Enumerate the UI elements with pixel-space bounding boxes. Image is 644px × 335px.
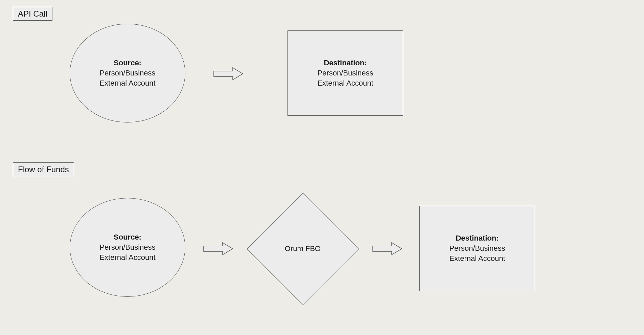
node-line: External Account [317, 79, 373, 87]
node-line: Orum FBO [285, 244, 321, 253]
node-flow-source: Source: Person/Business External Account [70, 198, 185, 297]
node-title: Source: [114, 233, 141, 241]
svg-marker-2 [373, 243, 402, 255]
section-label-flow-of-funds: Flow of Funds [13, 162, 74, 176]
arrow-icon [203, 242, 233, 255]
arrow-icon [213, 67, 244, 81]
node-api-destination-text: Destination: Person/Business External Ac… [317, 58, 373, 88]
node-line: Person/Business [99, 243, 155, 251]
node-line: Person/Business [317, 69, 373, 77]
node-line: External Account [99, 253, 155, 262]
node-flow-source-text: Source: Person/Business External Account [99, 232, 155, 262]
arrow-icon [372, 242, 402, 255]
svg-marker-0 [214, 68, 243, 80]
node-api-source: Source: Person/Business External Account [70, 24, 185, 122]
node-flow-destination-text: Destination: Person/Business External Ac… [449, 233, 505, 263]
node-api-source-text: Source: Person/Business External Account [99, 58, 155, 88]
node-line: Person/Business [99, 69, 155, 77]
node-line: External Account [449, 254, 505, 263]
node-title: Destination: [324, 59, 367, 67]
node-line: External Account [99, 79, 155, 87]
node-title: Destination: [456, 234, 499, 242]
node-flow-middle-text: Orum FBO [247, 193, 359, 305]
section-label-api-call: API Call [13, 7, 52, 21]
node-line: Person/Business [449, 244, 505, 252]
svg-marker-1 [204, 243, 233, 255]
node-title: Source: [114, 59, 141, 67]
node-api-destination: Destination: Person/Business External Ac… [288, 30, 403, 116]
node-flow-middle: Orum FBO [247, 193, 359, 305]
node-flow-destination: Destination: Person/Business External Ac… [419, 206, 535, 291]
